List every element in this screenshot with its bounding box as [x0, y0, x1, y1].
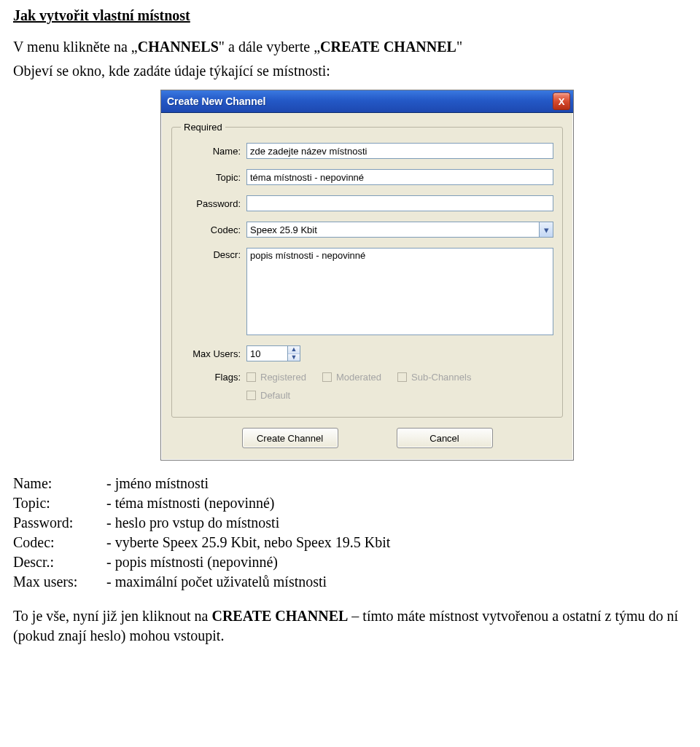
- dialog-titlebar[interactable]: Create New Channel X: [161, 90, 573, 113]
- explain-key: Password:: [13, 513, 106, 533]
- explain-row: Name: - jméno místnosti: [13, 474, 687, 493]
- button-label: Create Channel: [257, 433, 323, 444]
- chevron-up-icon[interactable]: ▲: [288, 346, 300, 354]
- checkbox-icon: [322, 372, 332, 382]
- explain-key: Descr.:: [13, 552, 106, 572]
- explain-value: - maximální počet uživatelů místnosti: [106, 572, 327, 592]
- explain-key: Topic:: [13, 493, 106, 513]
- spinner-buttons[interactable]: ▲ ▼: [287, 345, 300, 361]
- max-users-input[interactable]: [246, 345, 287, 361]
- descr-input[interactable]: [246, 248, 553, 335]
- intro-line-2: Objeví se okno, kde zadáte údaje týkajíc…: [13, 61, 687, 81]
- topic-input[interactable]: [246, 169, 553, 185]
- text-bold: CREATE CHANNEL: [320, 39, 456, 55]
- label-max-users: Max Users:: [181, 348, 246, 359]
- create-channel-dialog: Create New Channel X Required Name: Topi…: [160, 90, 574, 461]
- label-descr: Descr:: [181, 248, 246, 260]
- chevron-down-icon[interactable]: ▼: [288, 354, 300, 361]
- checkbox-sub-channels: Sub-Channels: [397, 372, 471, 383]
- checkbox-icon: [397, 372, 407, 382]
- row-flags: Flags: Registered Moderated Sub-Chann: [181, 372, 553, 383]
- name-input[interactable]: [246, 143, 553, 159]
- dialog-buttons: Create Channel Cancel: [171, 428, 563, 448]
- button-label: Cancel: [429, 433, 459, 444]
- group-legend: Required: [181, 122, 225, 133]
- conclusion: To je vše, nyní již jen kliknout na CREA…: [13, 606, 687, 646]
- explain-row: Codec: - vyberte Speex 25.9 Kbit, nebo S…: [13, 533, 687, 552]
- explain-value: - vyberte Speex 25.9 Kbit, nebo Speex 19…: [106, 533, 390, 552]
- explain-row: Topic: - téma místnosti (nepovinné): [13, 493, 687, 513]
- dialog-title: Create New Channel: [167, 95, 265, 107]
- explain-key: Name:: [13, 474, 106, 493]
- text: To je vše, nyní již jen kliknout na: [13, 608, 211, 624]
- explain-value: - téma místnosti (nepovinné): [106, 493, 275, 513]
- codec-select[interactable]: Speex 25.9 Kbit ▾: [246, 222, 553, 238]
- row-descr: Descr:: [181, 248, 553, 335]
- text-bold: CREATE CHANNEL: [211, 608, 348, 624]
- field-explanations: Name: - jméno místnosti Topic: - téma mí…: [13, 474, 687, 592]
- explain-value: - jméno místnosti: [106, 474, 209, 493]
- max-users-stepper[interactable]: ▲ ▼: [246, 345, 300, 361]
- explain-row: Password: - heslo pro vstup do místnosti: [13, 513, 687, 533]
- required-group: Required Name: Topic: Password: Codec:: [171, 122, 563, 418]
- row-name: Name:: [181, 143, 553, 159]
- flags-group: Registered Moderated Sub-Channels: [246, 372, 471, 383]
- text: ": [456, 39, 462, 55]
- checkbox-icon: [246, 372, 256, 382]
- explain-value: - heslo pro vstup do místnosti: [106, 513, 279, 533]
- row-max-users: Max Users: ▲ ▼: [181, 345, 553, 361]
- checkbox-registered: Registered: [246, 372, 306, 383]
- explain-key: Max users:: [13, 572, 106, 592]
- dialog-body: Required Name: Topic: Password: Codec:: [161, 113, 573, 460]
- label-codec: Codec:: [181, 224, 246, 235]
- close-button[interactable]: X: [553, 93, 570, 110]
- explain-row: Descr.: - popis místnosti (nepovinné): [13, 552, 687, 572]
- codec-value: Speex 25.9 Kbit: [250, 224, 317, 235]
- text-bold: CHANNELS: [138, 39, 219, 55]
- explain-key: Codec:: [13, 533, 106, 552]
- explain-row: Max users: - maximální počet uživatelů m…: [13, 572, 687, 592]
- checkbox-label: Moderated: [336, 372, 381, 383]
- row-password: Password:: [181, 195, 553, 211]
- close-icon: X: [559, 97, 565, 106]
- checkbox-default: Default: [246, 390, 290, 401]
- intro-line-1: V menu klikněte na „CHANNELS" a dále vyb…: [13, 37, 687, 57]
- label-password: Password:: [181, 198, 246, 209]
- checkbox-moderated: Moderated: [322, 372, 381, 383]
- password-input[interactable]: [246, 195, 553, 211]
- page-title: Jak vytvořit vlastní místnost: [13, 7, 687, 24]
- checkbox-label: Default: [260, 390, 290, 401]
- label-name: Name:: [181, 146, 246, 157]
- text: V menu klikněte na „: [13, 39, 138, 55]
- row-codec: Codec: Speex 25.9 Kbit ▾: [181, 222, 553, 238]
- label-flags: Flags:: [181, 372, 246, 383]
- row-default: Default: [246, 390, 553, 401]
- chevron-down-icon: ▾: [539, 222, 553, 237]
- cancel-button[interactable]: Cancel: [397, 428, 493, 448]
- checkbox-icon: [246, 391, 256, 400]
- text: " a dále vyberte „: [219, 39, 320, 55]
- checkbox-label: Registered: [260, 372, 306, 383]
- create-channel-button[interactable]: Create Channel: [242, 428, 338, 448]
- label-topic: Topic:: [181, 172, 246, 183]
- row-topic: Topic:: [181, 169, 553, 185]
- checkbox-label: Sub-Channels: [411, 372, 471, 383]
- explain-value: - popis místnosti (nepovinné): [106, 552, 278, 572]
